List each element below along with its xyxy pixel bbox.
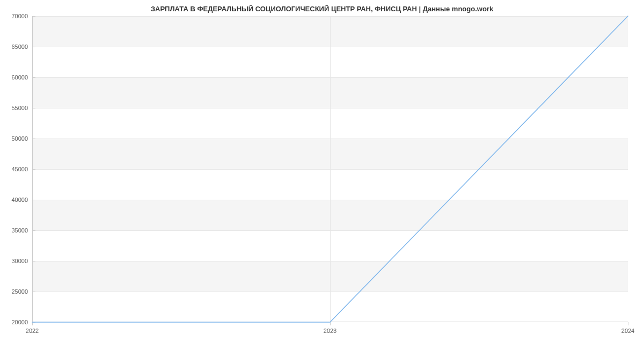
x-tick-label: 2024 <box>621 328 634 334</box>
y-tick-label: 60000 <box>11 74 28 81</box>
series-line <box>32 16 628 322</box>
y-tick-label: 70000 <box>11 13 28 19</box>
chart-title: ЗАРПЛАТА В ФЕДЕРАЛЬНЫЙ СОЦИОЛОГИЧЕСКИЙ Ц… <box>0 5 644 13</box>
y-tick-label: 35000 <box>11 227 28 234</box>
y-tick-label: 50000 <box>11 135 28 142</box>
plot-area: 70000 65000 60000 55000 50000 45000 4000… <box>32 16 628 322</box>
y-tick-label: 55000 <box>11 105 28 111</box>
y-tick-label: 25000 <box>11 288 28 295</box>
y-tick-label: 30000 <box>11 258 28 264</box>
x-tick-label: 2022 <box>26 328 39 334</box>
y-tick-label: 40000 <box>11 197 28 203</box>
x-tick-label: 2023 <box>324 328 336 334</box>
y-tick-label: 65000 <box>11 43 28 50</box>
y-tick-label: 20000 <box>11 319 28 325</box>
y-tick-label: 45000 <box>11 166 28 172</box>
chart-line-svg <box>32 16 628 322</box>
